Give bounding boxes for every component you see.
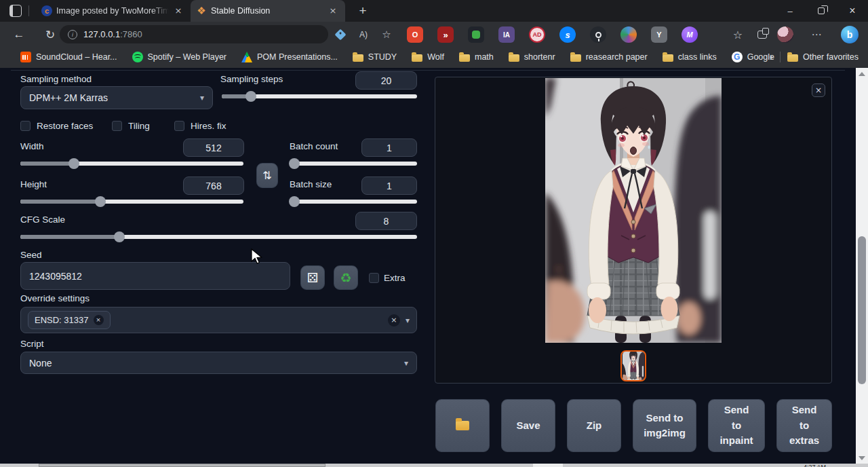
scroll-up-icon[interactable]	[856, 68, 868, 79]
sampling-method-dropdown[interactable]: DPM++ 2M Karras ▾	[20, 86, 213, 109]
tab-stable-diffusion[interactable]: ❖ Stable Diffusion ×	[191, 0, 345, 22]
bookmark-pom[interactable]: POM Presentations...	[241, 52, 338, 62]
slider-handle[interactable]	[289, 196, 300, 207]
bookmark-spotify[interactable]: Spotify – Web Player	[132, 52, 227, 62]
slider-handle[interactable]	[289, 158, 300, 169]
other-favorites-label: Other favorites	[803, 52, 859, 62]
slider-handle[interactable]	[114, 231, 125, 242]
send-to-img2img-button[interactable]: Send to img2img	[633, 399, 696, 452]
height-slider[interactable]	[20, 196, 243, 207]
override-chip[interactable]: ENSD: 31337 ×	[28, 311, 111, 329]
extension-o-icon[interactable]: O	[407, 26, 423, 43]
batch-size-input[interactable]: 1	[361, 176, 417, 195]
add-favorite-star-icon[interactable]: ☆	[378, 27, 395, 42]
extension-shazam-icon[interactable]: s	[559, 26, 576, 43]
tab-title: Image posted by TwoMoreTimes	[56, 6, 169, 16]
width-input[interactable]: 512	[183, 138, 244, 157]
bookmark-soundcloud[interactable]: SoundCloud – Hear...	[20, 52, 117, 62]
bookmark-folder-shortenr[interactable]: shortenr	[509, 52, 555, 62]
other-favorites[interactable]: Other favorites	[787, 52, 859, 62]
tab-close-icon[interactable]: ×	[173, 5, 184, 16]
tab-close-icon[interactable]: ×	[328, 5, 338, 16]
script-label: Script	[20, 339, 44, 349]
cfg-scale-input[interactable]: 8	[355, 212, 417, 230]
extension-globe-icon[interactable]	[620, 26, 637, 43]
cfg-scale-slider[interactable]	[20, 231, 417, 242]
site-info-icon[interactable]: i	[68, 30, 77, 39]
close-window-button[interactable]: ×	[837, 0, 868, 22]
screen: c Image posted by TwoMoreTimes × ❖ Stabl…	[0, 0, 868, 467]
extension-map-pin-icon[interactable]	[590, 26, 606, 43]
extension-trash-icon[interactable]	[468, 26, 484, 43]
bookmark-folder-classlinks[interactable]: class links	[663, 52, 717, 62]
open-folder-button[interactable]	[435, 399, 490, 452]
sampling-steps-slider[interactable]	[222, 91, 417, 102]
height-input[interactable]: 768	[183, 176, 244, 195]
extra-seed-checkbox[interactable]	[369, 273, 379, 283]
collections-icon[interactable]	[754, 27, 770, 42]
tab-actions-menu-icon[interactable]	[9, 5, 22, 17]
bookmark-label: class links	[678, 52, 717, 62]
slider-handle[interactable]	[95, 196, 106, 207]
chevron-down-icon[interactable]: ▾	[406, 316, 410, 325]
chip-remove-icon[interactable]: ×	[94, 315, 104, 325]
address-bar[interactable]: i 127.0.0.1 :7860	[60, 25, 328, 43]
clear-all-icon[interactable]: ×	[388, 314, 400, 326]
swap-dimensions-button[interactable]: ⇅	[256, 163, 278, 188]
width-slider[interactable]	[20, 158, 243, 169]
send-to-extras-button[interactable]: Send to extras	[776, 399, 832, 452]
bookmark-folder-math[interactable]: math	[459, 52, 494, 62]
scrollbar-thumb[interactable]	[858, 236, 866, 384]
new-tab-button[interactable]: +	[355, 3, 371, 18]
google-icon: G	[732, 52, 743, 62]
slider-handle[interactable]	[245, 91, 256, 102]
settings-dots-icon[interactable]: ⋯	[808, 27, 825, 42]
bookmark-folder-wolf[interactable]: Wolf	[412, 52, 444, 62]
read-aloud-icon[interactable]: A)	[355, 27, 372, 42]
batch-count-input[interactable]: 1	[361, 138, 417, 157]
sampling-steps-input[interactable]: 20	[355, 71, 417, 90]
restore-button[interactable]	[806, 0, 837, 22]
extension-ia-icon[interactable]: IA	[498, 26, 515, 43]
refresh-button[interactable]: ↻	[42, 27, 58, 42]
restore-faces-checkbox[interactable]	[20, 121, 31, 131]
bookmark-label: reasearch paper	[586, 52, 648, 62]
generated-image[interactable]	[545, 78, 722, 343]
tab-image-posted[interactable]: c Image posted by TwoMoreTimes ×	[36, 0, 191, 22]
seed-input[interactable]: 1243095812	[20, 262, 290, 290]
script-dropdown[interactable]: None ▾	[20, 352, 417, 374]
price-tag-icon[interactable]	[332, 27, 349, 42]
bing-copilot-icon[interactable]: b	[841, 26, 859, 43]
hires-fix-checkbox[interactable]	[174, 121, 184, 131]
extension-m-icon[interactable]: M	[682, 26, 698, 43]
bookmark-google[interactable]: G Google	[732, 52, 774, 62]
collections-glyph	[757, 31, 767, 39]
zip-button[interactable]: Zip	[567, 399, 621, 452]
random-seed-dice-button[interactable]: ⚄	[300, 265, 325, 290]
gallery-thumbnail-selected[interactable]	[620, 350, 646, 381]
reuse-seed-recycle-button[interactable]: ♻	[334, 265, 358, 290]
save-button[interactable]: Save	[501, 399, 555, 452]
page-scrollbar[interactable]	[856, 68, 868, 464]
back-button[interactable]: ←	[11, 27, 27, 42]
bookmarks-overflow-chevron[interactable]: ›	[770, 51, 773, 63]
batch-size-slider[interactable]	[292, 196, 417, 207]
close-gallery-icon[interactable]: ×	[812, 83, 825, 97]
tiling-checkbox[interactable]	[112, 121, 122, 131]
extension-play-icon[interactable]: »	[437, 26, 454, 43]
bookmark-folder-study[interactable]: STUDY	[353, 52, 397, 62]
extension-ad-icon[interactable]: AD	[529, 26, 545, 43]
send-to-inpaint-button[interactable]: Send to inpaint	[708, 399, 765, 452]
divider	[28, 5, 29, 16]
scroll-down-icon[interactable]	[856, 452, 868, 464]
slider-handle[interactable]	[68, 158, 79, 169]
extension-y-icon[interactable]: Y	[651, 26, 667, 43]
override-settings-box[interactable]: ENSD: 31337 × × ▾	[20, 307, 417, 333]
thumbnail-image	[623, 352, 644, 380]
background-window-edge	[39, 464, 326, 467]
bookmark-folder-research[interactable]: reasearch paper	[570, 52, 648, 62]
batch-count-slider[interactable]	[292, 158, 417, 169]
profile-avatar[interactable]	[777, 26, 793, 43]
minimize-button[interactable]: –	[774, 0, 806, 22]
favorites-hub-icon[interactable]: ☆	[730, 27, 746, 42]
